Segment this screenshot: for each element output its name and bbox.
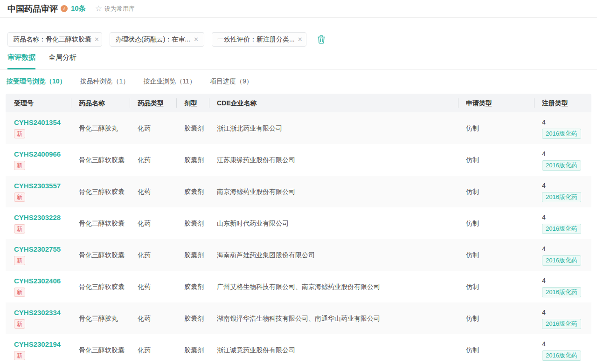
filter-tag-consistency: 一致性评价：新注册分类... ✕ [212,32,306,47]
review-table: 受理号 药品名称 药品类型 剂型 CDE企业名称 申请类型 注册类型 CYHS2… [6,94,591,364]
dosage-form-cell: 胶囊剂 [176,346,209,355]
registration-cell: 4 2016版化药 [534,245,591,266]
registration-type-value: 4 [542,118,546,127]
new-badge: 新 [14,288,25,297]
registration-cell: 4 2016版化药 [534,276,591,297]
acceptance-cell: CYHS2302194 新 [6,340,71,360]
acceptance-cell: CYHS2302406 新 [6,276,71,297]
filter-tag-drug-name: 药品名称：骨化三醇软胶囊 ✕ [7,32,102,47]
acceptance-cell: CYHS2303228 新 [6,213,71,234]
acceptance-cell: CYHS2302755 新 [6,245,71,265]
tab-review-data[interactable]: 审评数据 [7,53,35,69]
new-badge: 新 [14,351,25,360]
registration-cell: 4 2016版化药 [534,308,591,329]
drug-type-cell: 化药 [130,156,176,165]
info-icon[interactable]: i [61,5,68,12]
application-type-cell: 仿制 [458,187,534,196]
drug-name-cell: 骨化三醇胶丸 [71,124,130,133]
set-favorite-button[interactable]: ☆ 设为常用库 [95,5,135,13]
acceptance-no-link[interactable]: CYHS2401354 [14,118,61,127]
drug-type-cell: 化药 [130,187,176,196]
drug-name-cell: 骨化三醇软胶囊 [71,282,130,291]
company-cell: 广州艾格生物科技有限公司、南京海鲸药业股份有限公司 [209,282,458,291]
acceptance-no-link[interactable]: CYHS2302406 [14,276,61,285]
new-badge: 新 [14,129,25,138]
table-header: 受理号 药品名称 药品类型 剂型 CDE企业名称 申请类型 注册类型 [6,94,591,112]
company-cell: 山东新时代药业有限公司 [209,219,458,228]
filter-tag-label: 药品名称：骨化三醇软胶囊 [13,35,91,44]
drug-name-cell: 骨化三醇软胶囊 [71,156,130,165]
registration-type-value: 4 [542,213,546,222]
col-application-type: 申请类型 [458,99,534,107]
new-badge: 新 [14,319,25,329]
registration-type-value: 4 [542,340,546,349]
remove-filter-icon[interactable]: ✕ [295,36,303,43]
filter-tag-label: 办理状态(药融云)：在审... [115,35,190,44]
subtab-by-acceptance-no[interactable]: 按受理号浏览（10） [7,77,66,86]
drug-type-cell: 化药 [130,251,176,260]
clear-all-filters-button[interactable] [317,34,326,44]
drug-name-cell: 骨化三醇软胶囊 [71,219,130,228]
acceptance-no-link[interactable]: CYHS2303228 [14,213,61,222]
acceptance-cell: CYHS2303557 新 [6,181,71,202]
registration-cell: 4 2016版化药 [534,340,591,361]
sub-tabs: 按受理号浏览（10） 按品种浏览（1） 按企业浏览（11） 项目进度（9） [0,77,597,86]
drug-name-cell: 骨化三醇软胶囊 [71,187,130,196]
dosage-form-cell: 胶囊剂 [176,124,209,133]
drug-type-cell: 化药 [130,124,176,133]
filter-bar: 药品名称：骨化三醇软胶囊 ✕ 办理状态(药融云)：在审... ✕ 一致性评价：新… [0,32,597,47]
acceptance-no-link[interactable]: CYHS2302334 [14,308,61,317]
acceptance-no-link[interactable]: CYHS2303557 [14,181,61,190]
registration-badge: 2016版化药 [542,129,581,139]
star-icon: ☆ [95,5,102,13]
registration-badge: 2016版化药 [542,160,581,171]
col-registration-type: 注册类型 [534,99,591,107]
registration-cell: 4 2016版化药 [534,118,591,139]
registration-badge: 2016版化药 [542,224,581,234]
registration-type-value: 4 [542,150,546,158]
acceptance-no-link[interactable]: CYHS2302755 [14,245,61,254]
application-type-cell: 仿制 [458,156,534,165]
drug-name-cell: 骨化三醇软胶囊 [71,346,130,355]
filter-tag-label: 一致性评价：新注册分类... [217,35,295,44]
registration-cell: 4 2016版化药 [534,213,591,234]
drug-type-cell: 化药 [130,314,176,323]
new-badge: 新 [14,192,25,202]
company-cell: 湖南银泽华浩生物科技有限公司、南通华山药业有限公司 [209,314,458,323]
tab-global-analysis[interactable]: 全局分析 [49,53,76,69]
application-type-cell: 仿制 [458,219,534,228]
subtab-project-progress[interactable]: 项目进度（9） [210,77,253,86]
application-type-cell: 仿制 [458,282,534,291]
drug-name-cell: 骨化三醇胶丸 [71,314,130,323]
col-acceptance-no: 受理号 [6,99,71,107]
registration-cell: 4 2016版化药 [534,150,591,171]
acceptance-no-link[interactable]: CYHS2400966 [14,150,61,158]
dosage-form-cell: 胶囊剂 [176,251,209,260]
subtab-by-company[interactable]: 按企业浏览（11） [143,77,196,86]
acceptance-cell: CYHS2302334 新 [6,308,71,329]
filter-tag-status: 办理状态(药融云)：在审... ✕ [110,32,204,47]
col-dosage-form: 剂型 [176,99,209,107]
company-cell: 海南葫芦娃药业集团股份有限公司 [209,251,458,260]
acceptance-no-link[interactable]: CYHS2302194 [14,340,61,349]
registration-type-value: 4 [542,181,546,190]
company-cell: 浙江浙北药业有限公司 [209,124,458,133]
trash-icon [317,34,326,44]
page-title: 中国药品审评 [7,3,58,14]
dosage-form-cell: 胶囊剂 [176,219,209,228]
remove-filter-icon[interactable]: ✕ [191,36,199,43]
registration-badge: 2016版化药 [542,192,581,202]
table-row: CYHS2302755 新 骨化三醇软胶囊 化药 胶囊剂 海南葫芦娃药业集团股份… [6,239,591,271]
dosage-form-cell: 胶囊剂 [176,156,209,165]
col-drug-type: 药品类型 [130,99,176,107]
table-row: CYHS2303557 新 骨化三醇软胶囊 化药 胶囊剂 南京海鲸药业股份有限公… [6,176,591,207]
drug-name-cell: 骨化三醇软胶囊 [71,251,130,260]
dosage-form-cell: 胶囊剂 [176,314,209,323]
drug-type-cell: 化药 [130,346,176,355]
new-badge: 新 [14,256,25,265]
remove-filter-icon[interactable]: ✕ [91,36,99,43]
table-row: CYHS2303228 新 骨化三醇软胶囊 化药 胶囊剂 山东新时代药业有限公司… [6,207,591,239]
subtab-by-variety[interactable]: 按品种浏览（1） [80,77,130,86]
registration-badge: 2016版化药 [542,255,581,266]
table-row: CYHS2401354 新 骨化三醇胶丸 化药 胶囊剂 浙江浙北药业有限公司 仿… [6,112,591,144]
